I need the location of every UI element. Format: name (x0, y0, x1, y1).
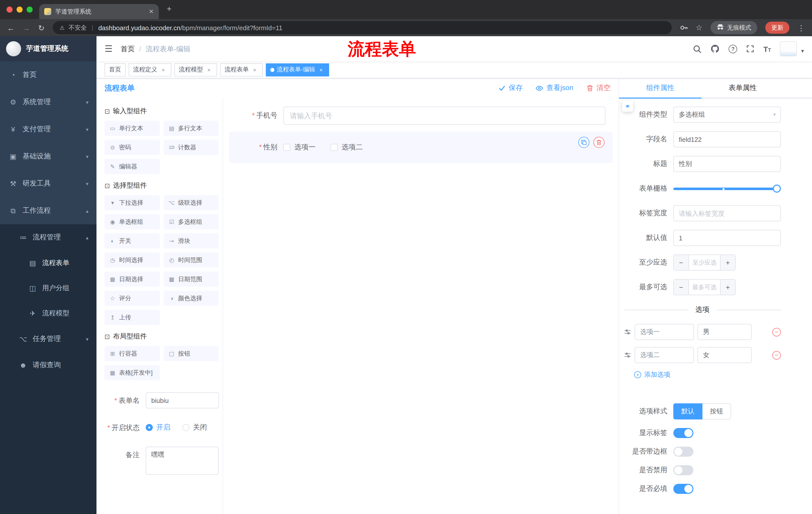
palette-item[interactable]: ☆评分 (105, 291, 160, 306)
palette-item[interactable]: ⊞行容器 (105, 346, 160, 361)
status-on-radio[interactable]: 开启 (146, 423, 170, 432)
slider-handle[interactable] (773, 185, 781, 193)
tag-process-definition[interactable]: 流程定义 × (128, 63, 171, 76)
gender-option-checkbox[interactable]: 选项一 (283, 143, 316, 152)
status-off-radio[interactable]: 关闭 (182, 423, 207, 432)
add-option-button[interactable]: + 添加选项 (634, 370, 781, 379)
remark-textarea[interactable]: 嘿嘿 (146, 447, 219, 475)
option-name-input[interactable] (635, 324, 694, 340)
save-button[interactable]: 保存 (499, 83, 523, 92)
hamburger-icon[interactable]: ☰ (105, 43, 113, 54)
checkbox-box[interactable] (330, 144, 338, 151)
forward-button[interactable]: → (23, 24, 30, 31)
browser-tab[interactable]: 芋道管理系统 ✕ (39, 4, 159, 19)
option-name-input[interactable] (635, 347, 694, 363)
tag-close-icon[interactable]: × (160, 66, 167, 73)
tag-process-form[interactable]: 流程表单 × (220, 63, 263, 76)
clear-button[interactable]: 清空 (586, 83, 610, 92)
component-type-select[interactable]: ▾ (673, 107, 781, 123)
sidebar-item-process-form[interactable]: ▤ 流程表单 (0, 250, 96, 276)
palette-item[interactable]: ◉单选框组 (105, 214, 160, 229)
gender-option-checkbox[interactable]: 选项二 (330, 143, 363, 152)
help-icon[interactable]: ? (729, 45, 737, 53)
gender-field-row[interactable]: *性别 选项一 选项二 (229, 143, 606, 152)
default-value-input[interactable] (673, 230, 781, 246)
palette-item[interactable]: ◷时间选择 (105, 252, 160, 268)
drag-handle-icon[interactable] (624, 328, 631, 335)
github-icon[interactable] (710, 44, 720, 53)
zoom-window-button[interactable] (27, 6, 33, 12)
drag-handle-icon[interactable] (624, 352, 631, 359)
decrease-button[interactable]: − (674, 255, 689, 270)
minimize-window-button[interactable] (17, 6, 23, 12)
disabled-toggle[interactable] (673, 465, 693, 475)
form-name-input[interactable] (146, 392, 219, 408)
increase-button[interactable]: + (720, 255, 735, 270)
selected-form-item[interactable]: *性别 选项一 选项二 (229, 132, 612, 163)
palette-item[interactable]: 123计数器 (164, 140, 219, 155)
palette-item[interactable]: ⊸滑块 (164, 233, 219, 248)
phone-field-row[interactable]: *手机号 (229, 107, 606, 125)
sidebar-item-user-group[interactable]: ◫ 用户分组 (0, 276, 96, 301)
phone-input[interactable] (283, 107, 606, 125)
required-toggle[interactable] (673, 484, 693, 494)
component-type-value[interactable] (673, 107, 781, 123)
reload-button[interactable]: ↻ (38, 24, 45, 31)
tag-close-icon[interactable]: × (318, 66, 325, 73)
palette-item[interactable]: ▭单行文本 (105, 121, 160, 136)
palette-item[interactable]: ▩日期范围 (164, 272, 219, 287)
border-toggle[interactable] (673, 447, 693, 457)
remove-option-icon[interactable]: − (772, 328, 781, 336)
palette-item[interactable]: ⌥级联选择 (164, 195, 219, 210)
password-key-icon[interactable] (679, 24, 688, 32)
increase-button[interactable]: + (720, 280, 735, 295)
checkbox-box[interactable] (283, 144, 290, 151)
delete-item-button[interactable] (593, 137, 605, 148)
palette-item[interactable]: ✎编辑器 (105, 159, 160, 174)
palette-item[interactable]: ↥上传 (105, 310, 160, 325)
palette-item[interactable]: ▢按钮 (164, 346, 219, 361)
palette-item[interactable]: ☑多选框组 (164, 214, 219, 229)
tag-close-icon[interactable]: × (205, 66, 212, 73)
security-label[interactable]: 不安全 (68, 23, 87, 32)
sidebar-item-infra[interactable]: ▣ 基础设施 ▾ (0, 143, 96, 170)
font-size-icon[interactable]: TT (763, 45, 771, 53)
copy-item-button[interactable] (578, 137, 589, 148)
option-value-input[interactable] (697, 347, 752, 363)
palette-item[interactable]: ◴时间范围 (164, 252, 219, 268)
tag-process-form-edit[interactable]: 流程表单-编辑 × (266, 63, 329, 76)
breadcrumb-home[interactable]: 首页 (121, 45, 135, 53)
palette-item[interactable]: ◐开关 (105, 233, 160, 248)
search-icon[interactable] (693, 45, 701, 53)
app-logo[interactable]: 芋道管理系统 (0, 36, 96, 61)
update-browser-button[interactable]: 更新 (765, 22, 789, 34)
sidebar-item-devtools[interactable]: ⚒ 研发工具 ▾ (0, 170, 96, 197)
fullscreen-icon[interactable] (746, 45, 754, 53)
sidebar-item-task-management[interactable]: ⌥ 任务管理 ▾ (0, 326, 96, 352)
link-icon[interactable]: ⚭ (622, 101, 633, 112)
form-canvas[interactable]: *手机号 (223, 98, 618, 514)
palette-item[interactable]: ▦表格[开发中] (105, 365, 160, 380)
palette-item[interactable]: ▦日期选择 (105, 272, 160, 287)
option-value-input[interactable] (697, 324, 752, 340)
palette-item[interactable]: ⊝密码 (105, 140, 160, 155)
bookmark-star-icon[interactable]: ☆ (696, 23, 702, 32)
close-window-button[interactable] (6, 6, 12, 12)
tab-form-props[interactable]: 表单属性 (701, 78, 784, 98)
tab-component-props[interactable]: 组件属性 (619, 78, 701, 98)
palette-item[interactable]: ▤多行文本 (164, 121, 219, 136)
avatar-caret-icon[interactable]: ▾ (801, 48, 804, 54)
slider-track[interactable] (673, 188, 777, 190)
sidebar-item-process-model[interactable]: ✈ 流程模型 (0, 301, 96, 326)
title-input[interactable] (673, 156, 781, 172)
label-width-input[interactable] (673, 205, 781, 221)
field-name-input[interactable] (673, 131, 781, 147)
sidebar-item-home[interactable]: ◔ 首页 (0, 61, 96, 88)
tab-close-icon[interactable]: ✕ (149, 8, 154, 15)
avatar[interactable] (780, 41, 797, 56)
sidebar-item-workflow[interactable]: ⧉ 工作流程 ▴ (0, 197, 96, 224)
view-json-button[interactable]: 查看json (536, 83, 573, 92)
tag-home[interactable]: 首页 (105, 63, 126, 76)
option-style-button-button[interactable]: 按钮 (702, 403, 731, 420)
back-button[interactable]: ← (7, 24, 14, 31)
